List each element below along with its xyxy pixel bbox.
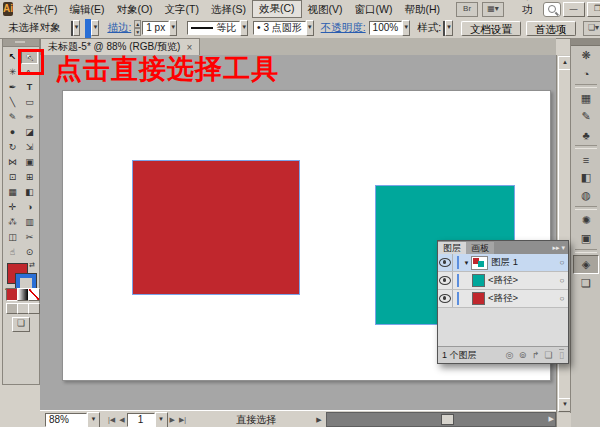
visibility-eye-icon[interactable] bbox=[439, 276, 451, 285]
new-layer-icon[interactable]: ❏ bbox=[542, 350, 555, 360]
blob-brush-tool[interactable]: ● bbox=[4, 124, 21, 139]
rectangle-tool[interactable]: ▭ bbox=[21, 94, 38, 109]
path-row-teal[interactable]: <路径> ○ bbox=[438, 272, 568, 290]
type-tool[interactable]: T bbox=[21, 79, 38, 94]
menu-type[interactable]: 文字(T) bbox=[159, 1, 205, 17]
menu-help[interactable]: 帮助(H) bbox=[399, 1, 447, 17]
fill-dropdown-icon[interactable]: ▼ bbox=[73, 20, 81, 36]
appearance-icon[interactable]: ✺ bbox=[574, 212, 598, 229]
preferences-button[interactable]: 首选项 bbox=[526, 21, 576, 36]
symbol-sprayer-tool[interactable]: ⁂ bbox=[4, 214, 21, 229]
width-tool[interactable]: ⋈ bbox=[4, 154, 21, 169]
graphic-styles-icon[interactable]: ▣ bbox=[574, 230, 598, 247]
stroke-width-dropdown-icon[interactable]: ▼ bbox=[169, 20, 177, 36]
swatches-icon[interactable]: ▦ bbox=[574, 90, 598, 107]
artboards-icon[interactable]: ❏ bbox=[574, 275, 598, 292]
opacity-panel-link[interactable]: 不透明度: bbox=[321, 21, 366, 35]
target-circle-icon[interactable]: ○ bbox=[556, 294, 568, 303]
artboard-tool[interactable]: ◫ bbox=[4, 229, 21, 244]
horizontal-scrollbar[interactable]: ▶ bbox=[326, 412, 556, 427]
tab-artboards[interactable]: 画板 bbox=[466, 242, 494, 254]
path-row-red[interactable]: <路径> ○ bbox=[438, 290, 568, 308]
menu-view[interactable]: 视图(V) bbox=[302, 1, 349, 17]
swap-fill-stroke-icon[interactable]: ⇄ bbox=[29, 261, 35, 269]
search-input[interactable] bbox=[543, 2, 561, 17]
minimize-button[interactable]: — bbox=[563, 2, 585, 17]
draw-inside-button[interactable] bbox=[28, 303, 40, 314]
document-setup-button[interactable]: 文档设置 bbox=[461, 21, 521, 36]
brush-select[interactable]: • 3 点圆形 bbox=[253, 21, 306, 35]
artboard-dropdown-icon[interactable]: ▼ bbox=[155, 412, 168, 427]
menu-object[interactable]: 对象(O) bbox=[110, 1, 158, 17]
dock-header[interactable] bbox=[571, 38, 600, 46]
tab-layers[interactable]: 图层 bbox=[438, 242, 466, 254]
free-transform-tool[interactable]: ▣ bbox=[21, 154, 38, 169]
menu-edit[interactable]: 编辑(E) bbox=[63, 1, 110, 17]
blend-tool[interactable]: ◑ bbox=[21, 199, 38, 214]
mesh-tool[interactable]: ▦ bbox=[4, 184, 21, 199]
next-artboard-icon[interactable]: ▶ bbox=[168, 416, 177, 424]
eraser-tool[interactable]: ◪ bbox=[21, 124, 38, 139]
column-graph-tool[interactable]: ▥ bbox=[21, 214, 38, 229]
opacity-dropdown-icon[interactable]: ▼ bbox=[402, 20, 410, 36]
stroke-width-field[interactable]: 1 px bbox=[142, 21, 169, 35]
perspective-grid-tool[interactable]: ⊞ bbox=[21, 169, 38, 184]
scroll-right-icon[interactable]: ▶ bbox=[549, 414, 554, 424]
eyedropper-tool[interactable]: ✛ bbox=[4, 199, 21, 214]
profile-dropdown-icon[interactable]: ▼ bbox=[240, 20, 248, 36]
first-artboard-icon[interactable]: |◀ bbox=[106, 416, 117, 424]
panel-menu-icon[interactable]: ▾ bbox=[561, 244, 565, 251]
zoom-tool[interactable]: ⊙ bbox=[21, 244, 38, 259]
new-sublayer-icon[interactable]: ↱ bbox=[529, 350, 542, 360]
layers-icon[interactable]: ◈ bbox=[573, 255, 599, 274]
visibility-eye-icon[interactable] bbox=[439, 258, 451, 267]
clipping-mask-icon[interactable]: ⊚ bbox=[516, 350, 529, 360]
bridge-icon[interactable]: Br bbox=[456, 2, 478, 17]
gradient-icon[interactable]: ◧ bbox=[574, 169, 598, 186]
zoom-dropdown-icon[interactable]: ▼ bbox=[87, 412, 100, 427]
menu-effect[interactable]: 效果(C) bbox=[252, 0, 302, 18]
stroke-icon[interactable]: ≡ bbox=[574, 151, 598, 168]
paintbrush-tool[interactable]: ✎ bbox=[4, 109, 21, 124]
layer-row-selected[interactable]: ▼ 图层 1 ○ bbox=[438, 254, 568, 272]
red-rectangle[interactable] bbox=[132, 160, 300, 295]
hand-tool[interactable]: ☝ bbox=[4, 244, 21, 259]
stroke-width-stepper[interactable]: ▲ ▼ bbox=[134, 20, 141, 36]
stroke-panel-link[interactable]: 描边: bbox=[107, 21, 131, 35]
visibility-eye-icon[interactable] bbox=[439, 294, 451, 303]
target-circle-icon[interactable]: ○ bbox=[556, 276, 568, 285]
panel-options-icon[interactable]: ❏▾ bbox=[583, 21, 600, 36]
pen-tool[interactable]: ✒ bbox=[4, 79, 21, 94]
expand-triangle-icon[interactable]: ▼ bbox=[462, 260, 471, 266]
style-dropdown-icon[interactable]: ▼ bbox=[445, 20, 453, 36]
color-guide-icon[interactable]: ◔ bbox=[574, 65, 598, 82]
panel-collapse-icon[interactable]: ▸▸ bbox=[553, 244, 560, 251]
path-name[interactable]: <路径> bbox=[488, 274, 556, 287]
last-artboard-icon[interactable]: ▶| bbox=[177, 416, 188, 424]
restore-button[interactable]: ❐ bbox=[587, 2, 600, 17]
pencil-tool[interactable]: ✏ bbox=[21, 109, 38, 124]
prev-artboard-icon[interactable]: ◀ bbox=[117, 416, 126, 424]
spin-down-icon[interactable]: ▼ bbox=[134, 28, 141, 36]
zoom-level-field[interactable]: 88% bbox=[45, 413, 87, 427]
target-circle-icon[interactable]: ○ bbox=[556, 258, 568, 267]
spin-up-icon[interactable]: ▲ bbox=[134, 20, 141, 28]
width-profile-select[interactable]: 等比 bbox=[187, 21, 240, 35]
brushes-icon[interactable]: ✎ bbox=[574, 108, 598, 125]
opacity-field[interactable]: 100% bbox=[369, 21, 403, 35]
scale-tool[interactable]: ⇲ bbox=[21, 139, 38, 154]
layer-name[interactable]: 图层 1 bbox=[491, 256, 556, 269]
menu-select[interactable]: 选择(S) bbox=[205, 1, 252, 17]
tools-panel-header[interactable] bbox=[3, 39, 39, 47]
menu-window[interactable]: 窗口(W) bbox=[349, 1, 399, 17]
gradient-tool[interactable]: ◧ bbox=[21, 184, 38, 199]
stroke-dropdown-icon[interactable]: ▼ bbox=[91, 20, 99, 36]
color-panel-icon[interactable]: ❋ bbox=[574, 47, 598, 64]
status-flyout-icon[interactable]: ▶ bbox=[316, 416, 321, 424]
horizontal-scroll-thumb[interactable] bbox=[441, 414, 454, 425]
locate-object-icon[interactable]: ◎ bbox=[503, 350, 516, 360]
symbols-icon[interactable]: ♣ bbox=[574, 126, 598, 143]
artboard-number-field[interactable]: 1 bbox=[127, 413, 155, 427]
slice-tool[interactable]: ✂ bbox=[21, 229, 38, 244]
delete-layer-icon[interactable]: ▯ bbox=[555, 350, 568, 360]
